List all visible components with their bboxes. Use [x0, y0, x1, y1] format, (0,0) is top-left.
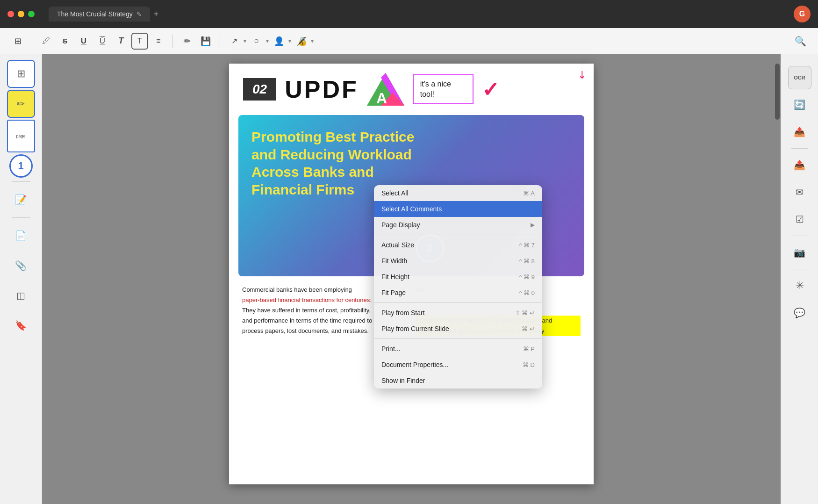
menu-fit-page-shortcut: ^ ⌘ 0 — [519, 289, 535, 296]
sidebar-separator-1 — [12, 181, 30, 182]
main-layout: ⊞ ✏ page 1 📝 📄 📎 ◫ 🔖 — [0, 54, 818, 504]
comment-button[interactable]: 💬 — [788, 301, 811, 324]
menu-play-current-slide[interactable]: Play from Current Slide ⌘ ↵ — [374, 321, 542, 337]
share-button[interactable]: 📤 — [788, 153, 811, 177]
menu-print-shortcut: ⌘ P — [523, 346, 535, 353]
submenu-arrow-icon: ▶ — [531, 222, 535, 228]
arrow-dropdown[interactable]: ▾ — [244, 38, 246, 44]
page-circle-number: 1 — [18, 160, 23, 172]
menu-page-display[interactable]: Page Display ▶ — [374, 217, 542, 233]
camera-button[interactable]: 📷 — [788, 241, 811, 264]
highlight-button[interactable]: 🖊 — [38, 33, 55, 50]
sidebar-pages[interactable]: 📄 — [7, 222, 35, 250]
thumbnails-icon: ⊞ — [17, 68, 25, 80]
menu-actual-size-shortcut: ^ ⌘ 7 — [519, 242, 535, 249]
close-button[interactable] — [7, 11, 14, 17]
traffic-lights — [7, 11, 35, 17]
email-button[interactable]: ✉ — [788, 180, 811, 204]
text-box-button[interactable]: T — [131, 33, 148, 50]
sidebar-highlight[interactable]: ✏ — [7, 90, 35, 118]
menu-show-in-finder[interactable]: Show in Finder — [374, 373, 542, 389]
person-dropdown[interactable]: ▾ — [288, 38, 291, 44]
sidebar-separator-2 — [12, 217, 30, 218]
maximize-button[interactable] — [28, 11, 35, 17]
pdf-checkmark: ✓ — [482, 78, 499, 101]
pages-icon: 📄 — [15, 230, 27, 241]
pdf-updf-logo: UPDF — [285, 75, 359, 103]
pen-button[interactable]: ✏ — [179, 33, 195, 50]
ocr-button[interactable]: OCR — [788, 66, 811, 89]
shape-button[interactable]: ○ — [248, 33, 265, 50]
toolbar-separator-2 — [172, 35, 173, 48]
edit-icon[interactable]: ✎ — [136, 11, 142, 18]
arrow-button[interactable]: ↗ — [226, 33, 243, 50]
check-button[interactable]: ☑ — [788, 208, 811, 231]
scrollbar-thumb[interactable] — [775, 64, 780, 120]
sidebar-bookmark[interactable]: 🔖 — [7, 311, 35, 339]
menu-fit-width[interactable]: Fit Width ^ ⌘ 8 — [374, 253, 542, 269]
page-thumb-number: page — [16, 134, 25, 138]
search-button[interactable]: 🔍 — [792, 33, 809, 50]
menu-separator-2 — [374, 302, 542, 303]
menu-separator-1 — [374, 235, 542, 235]
menu-play-from-start[interactable]: Play from Start ⇧ ⌘ ↵ — [374, 305, 542, 321]
menu-actual-size[interactable]: Actual Size ^ ⌘ 7 — [374, 237, 542, 253]
right-sep-1 — [791, 148, 808, 149]
menu-select-all[interactable]: Select All ⌘ A — [374, 185, 542, 201]
right-sep-2 — [791, 236, 808, 236]
menu-fit-height-shortcut: ^ ⌘ 9 — [519, 274, 535, 281]
menu-select-all-shortcut: ⌘ A — [523, 190, 535, 197]
left-sidebar: ⊞ ✏ page 1 📝 📄 📎 ◫ 🔖 — [0, 54, 42, 504]
page-thumbnail[interactable]: page — [7, 120, 35, 152]
layers-icon: ◫ — [16, 290, 25, 301]
right-sep-3 — [791, 269, 808, 269]
strikethrough-button[interactable]: S — [57, 33, 73, 50]
toolbar-separator-1 — [32, 35, 32, 48]
extract-button[interactable]: 📤 — [788, 120, 811, 144]
pdf-number-box: 02 — [243, 78, 276, 101]
menu-play-start-shortcut: ⇧ ⌘ ↵ — [515, 310, 535, 317]
pdf-logo-a: A — [367, 73, 404, 106]
menu-separator-3 — [374, 338, 542, 339]
list-button[interactable]: ≡ — [150, 33, 167, 50]
highlight-icon: ✏ — [17, 98, 25, 109]
menu-doc-props-shortcut: ⌘ D — [523, 361, 535, 368]
add-tab-button[interactable]: + — [154, 9, 159, 19]
attachments-icon: 📎 — [15, 260, 27, 271]
underline2-button[interactable]: Ŭ — [94, 33, 111, 50]
shape-dropdown[interactable]: ▾ — [266, 38, 269, 44]
menu-fit-width-shortcut: ^ ⌘ 8 — [519, 258, 535, 265]
bookmark-icon: 🔖 — [15, 320, 27, 331]
toolbar: ⊞ 🖊 S U Ŭ T T ≡ ✏ 💾 ↗ ▾ ○ ▾ 👤 ▾ 🔏 ▾ 🔍 — [0, 28, 818, 54]
tab-title: The Most Crucial Strategy — [57, 10, 133, 18]
sidebar-layers[interactable]: ◫ — [7, 281, 35, 310]
thumbnails-button[interactable]: ⊞ — [9, 33, 26, 50]
arrow-annotation: ↘ — [574, 67, 589, 81]
user-avatar[interactable]: G — [794, 6, 811, 22]
minimize-button[interactable] — [18, 11, 24, 17]
menu-fit-height[interactable]: Fit Height ^ ⌘ 9 — [374, 269, 542, 285]
menu-fit-page[interactable]: Fit Page ^ ⌘ 0 — [374, 285, 542, 301]
menu-select-all-comments[interactable]: Select All Comments — [374, 201, 542, 217]
svg-text:A: A — [376, 90, 387, 106]
stamp-button[interactable]: 🔏 — [293, 33, 310, 50]
document-tab[interactable]: The Most Crucial Strategy ✎ — [49, 7, 150, 22]
text-button[interactable]: T — [113, 33, 129, 50]
menu-print[interactable]: Print... ⌘ P — [374, 341, 542, 357]
page-circle[interactable]: 1 — [9, 154, 33, 178]
toolbar-separator-3 — [220, 35, 220, 48]
person-button[interactable]: 👤 — [271, 33, 287, 50]
convert-button[interactable]: 🔄 — [788, 93, 811, 116]
sidebar-attachments[interactable]: 📎 — [7, 252, 35, 280]
sidebar-thumbnails[interactable]: ⊞ — [7, 60, 35, 88]
underline-button[interactable]: U — [75, 33, 92, 50]
stamp-dropdown[interactable]: ▾ — [311, 38, 314, 44]
notes-icon: 📝 — [15, 194, 27, 205]
menu-document-properties[interactable]: Document Properties... ⌘ D — [374, 357, 542, 373]
toolbar-right: 🔍 — [792, 33, 809, 50]
ai-button[interactable]: ✳ — [788, 274, 811, 297]
scrollbar-track — [774, 54, 781, 504]
right-sep-top — [791, 61, 808, 61]
sidebar-notes[interactable]: 📝 — [7, 186, 35, 214]
save-button[interactable]: 💾 — [197, 33, 214, 50]
